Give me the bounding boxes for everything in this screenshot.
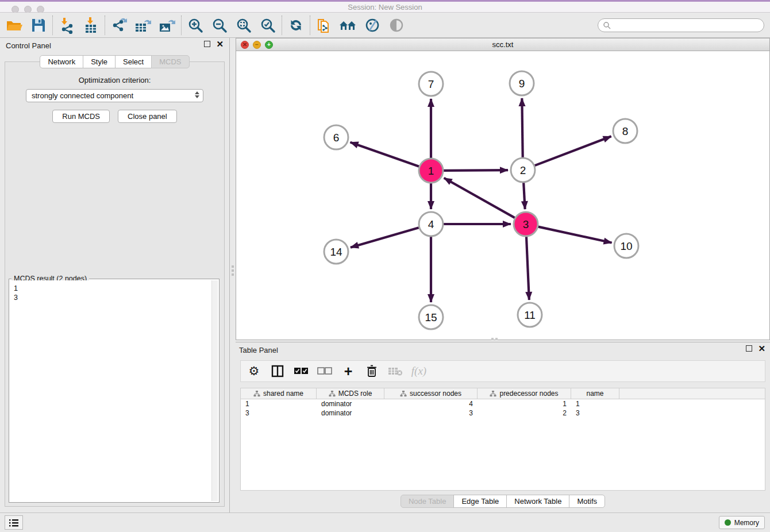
import-network-button[interactable] [55,15,79,36]
optimization-criterion-select[interactable]: strongly connected component [26,89,203,102]
cell-name[interactable]: 3 [571,408,619,418]
tab-select[interactable]: Select [115,55,152,68]
tab-network[interactable]: Network [40,55,83,68]
memory-button[interactable]: Memory [719,516,765,529]
deselect-all-button[interactable] [317,364,332,379]
delete-column-button[interactable] [364,364,379,379]
float-panel-icon[interactable] [204,41,210,47]
export-image-button[interactable] [155,15,179,36]
mcds-tab-content: Optimization criterion: strongly connect… [5,61,225,507]
cell-predecessor-nodes[interactable]: 1 [478,399,571,408]
cell-MCDS-role[interactable]: dominator [317,399,384,408]
mcds-result-item[interactable]: 1 [14,284,207,293]
minimize-network-button[interactable]: − [253,41,261,49]
column-header-predecessor-nodes[interactable]: predecessor nodes [478,388,571,399]
cell-successor-nodes[interactable]: 4 [384,399,478,408]
mcds-result-list[interactable]: 13 [10,280,211,501]
edge-3-10[interactable] [538,227,611,243]
tab-mcds[interactable]: MCDS [151,55,189,68]
status-bar: Memory [0,512,770,532]
float-table-panel-icon[interactable] [746,345,752,352]
zoom-out-button[interactable] [207,15,232,36]
node-label-4: 4 [428,218,434,230]
search-field-container[interactable] [598,18,764,32]
edge-3-1[interactable] [444,178,515,218]
function-icon: f(x) [411,365,426,377]
close-panel-button[interactable]: Close panel [118,110,177,123]
node-label-14: 14 [330,246,342,258]
node-label-11: 11 [524,309,536,321]
close-panel-icon[interactable]: ✕ [216,41,224,47]
clone-network-button[interactable] [312,15,336,36]
search-input[interactable] [611,21,759,30]
save-session-button[interactable] [26,15,51,36]
home-icon [338,18,358,32]
toggle-style-button[interactable] [360,15,384,36]
column-header-successor-nodes[interactable]: successor nodes [384,388,478,399]
node-label-9: 9 [519,78,525,90]
result-scrollbar[interactable] [211,280,218,501]
close-table-panel-icon[interactable]: ✕ [758,345,765,352]
show-panels-button[interactable] [5,515,23,530]
column-header-label: shared name [263,390,303,398]
cell-predecessor-nodes[interactable]: 2 [478,408,571,418]
import-table-button[interactable] [79,15,103,36]
tab-motifs[interactable]: Motifs [569,495,605,508]
tab-edge-table[interactable]: Edge Table [453,495,507,508]
maximize-network-button[interactable]: + [265,41,273,49]
edge-2-8[interactable] [535,136,611,165]
mcds-result-item[interactable]: 3 [14,293,207,302]
cell-MCDS-role[interactable]: dominator [317,408,384,418]
trash-icon [366,364,378,378]
node-table: shared nameMCDS rolesuccessor nodesprede… [240,388,765,491]
show-columns-button[interactable] [270,364,285,379]
tab-network-table[interactable]: Network Table [506,495,569,508]
node-label-6: 6 [333,132,340,144]
list-icon [9,518,19,527]
export-table-button[interactable] [131,15,155,36]
network-graph[interactable]: 7968124314101511 [236,51,769,340]
delete-table-button[interactable] [388,364,403,379]
table-row[interactable]: 3dominator323 [241,408,765,418]
cell-successor-nodes[interactable]: 3 [384,408,478,418]
toggle-visibility-button[interactable] [384,15,409,36]
select-all-button[interactable] [294,364,309,379]
zoom-selected-button[interactable] [256,15,280,36]
edge-3-11[interactable] [526,237,529,300]
network-window-titlebar[interactable]: ✕ − + scc.txt [236,38,769,51]
network-canvas[interactable]: 7968124314101511 [236,51,769,340]
zoom-in-icon [187,17,203,33]
horizontal-splitter[interactable] [491,338,498,340]
add-column-button[interactable]: + [341,364,356,379]
export-network-button[interactable] [107,15,131,36]
node-label-3: 3 [523,218,529,230]
zoom-fit-button[interactable] [232,15,256,36]
first-neighbors-button[interactable] [336,15,360,36]
close-network-button[interactable]: ✕ [241,41,249,49]
optimization-criterion-value: strongly connected component [32,91,133,100]
table-row[interactable]: 1dominator411 [241,399,765,408]
open-session-button[interactable] [2,15,26,36]
cell-shared-name[interactable]: 3 [241,408,317,418]
column-header-label: successor nodes [410,390,461,398]
edge-2-3[interactable] [523,183,525,209]
search-area [598,18,764,32]
cell-name[interactable]: 1 [571,399,619,408]
edge-1-2[interactable] [444,170,508,171]
tab-style[interactable]: Style [83,55,116,68]
zoom-in-button[interactable] [183,15,207,36]
apply-function-button[interactable]: f(x) [411,364,426,379]
main-toolbar [0,13,770,38]
cell-shared-name[interactable]: 1 [241,399,317,408]
run-mcds-button[interactable]: Run MCDS [52,110,110,123]
column-header-MCDS-role[interactable]: MCDS role [317,388,384,399]
vertical-splitter[interactable] [230,265,234,276]
edge-4-14[interactable] [351,228,419,248]
tab-node-table[interactable]: Node Table [401,495,455,508]
refresh-network-button[interactable] [284,15,308,36]
edge-2-9[interactable] [522,98,522,157]
column-header-name[interactable]: name [571,388,619,399]
edge-1-6[interactable] [351,142,419,167]
column-header-shared-name[interactable]: shared name [241,388,317,399]
table-settings-button[interactable]: ⚙ [247,364,261,379]
